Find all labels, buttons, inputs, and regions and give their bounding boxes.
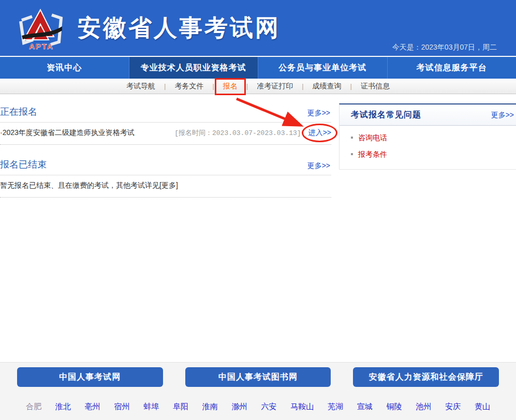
faq-list-item: 咨询电话 <box>351 130 516 146</box>
faq-panel-title: 考试报名常见问题 <box>351 110 421 121</box>
site-header: APTA 安徽省人事考试网 今天是：2023年03月07日，周二 <box>0 0 516 56</box>
date-text: 今天是：2023年03月07日，周二 <box>392 43 497 52</box>
closed-more-link[interactable]: 更多>> <box>307 161 330 171</box>
section-gap <box>0 145 331 156</box>
main-nav: 资讯中心 专业技术人员职业资格考试 公务员与事业单位考试 考试信息服务平台 <box>0 56 516 79</box>
city-link[interactable]: 安庆 <box>445 402 461 412</box>
city-link[interactable]: 芜湖 <box>328 402 343 412</box>
city-link[interactable]: 合肥 <box>26 402 41 412</box>
closed-section-header: 报名已结束 更多>> <box>0 156 331 175</box>
subnav-separator: | <box>302 82 303 90</box>
svg-text:APTA: APTA <box>29 42 54 51</box>
city-link[interactable]: 滁州 <box>232 402 247 412</box>
apta-logo-icon: APTA <box>14 5 68 52</box>
subnav-separator: | <box>164 82 166 90</box>
subnav-admission-ticket-print[interactable]: 准考证打印 <box>255 82 294 91</box>
subnav-exam-documents[interactable]: 考务文件 <box>173 82 205 91</box>
subnav-certificate-info[interactable]: 证书信息 <box>359 82 391 91</box>
footer-button-china-exam-net[interactable]: 中国人事考试网 <box>17 367 163 387</box>
main-content: 正在报名 更多>> ·2023年度安徽省二级建造师执业资格考试 [报名时间：20… <box>0 94 516 362</box>
footer-button-row: 中国人事考试网 中国人事考试图书网 安徽省人力资源和社会保障厅 <box>0 363 516 387</box>
city-link[interactable]: 六安 <box>261 402 276 412</box>
nav-item-civil-servant-exams[interactable]: 公务员与事业单位考试 <box>258 57 387 79</box>
city-link[interactable]: 亳州 <box>85 402 100 412</box>
city-link[interactable]: 宿州 <box>114 402 129 412</box>
registering-more-link[interactable]: 更多>> <box>307 109 330 118</box>
site-title: 安徽省人事考试网 <box>78 12 281 43</box>
square-bullet-icon <box>351 137 353 139</box>
subnav-separator: | <box>246 82 248 90</box>
subnav-registration[interactable]: 报名 <box>222 82 239 91</box>
sub-nav: 考试导航 | 考务文件 | 报名 | 准考证打印 | 成绩查询 | 证书信息 <box>0 79 516 94</box>
exam-registration-time: [报名时间：2023.03.07-2023.03.13] <box>174 128 301 138</box>
site-footer: 中国人事考试网 中国人事考试图书网 安徽省人力资源和社会保障厅 合肥 淮北 亳州… <box>0 362 516 420</box>
city-link[interactable]: 铜陵 <box>387 402 402 412</box>
annotation-red-box <box>215 78 246 95</box>
registering-section-title: 正在报名 <box>0 106 37 118</box>
annotation-red-circle <box>302 124 337 142</box>
nav-item-exam-info-platform[interactable]: 考试信息服务平台 <box>387 57 516 79</box>
subnav-score-query[interactable]: 成绩查询 <box>311 82 343 91</box>
page: APTA 安徽省人事考试网 今天是：2023年03月07日，周二 资讯中心 专业… <box>0 0 516 420</box>
city-link[interactable]: 马鞍山 <box>290 402 314 412</box>
square-bullet-icon <box>351 153 353 155</box>
faq-panel: 考试报名常见问题 更多>> 咨询电话 报考条件 <box>339 103 516 170</box>
registering-section-header: 正在报名 更多>> <box>0 103 331 123</box>
exam-name: ·2023年度安徽省二级建造师执业资格考试 <box>0 128 174 138</box>
faq-link-consult-phone[interactable]: 咨询电话 <box>358 133 387 142</box>
faq-list-item: 报考条件 <box>351 146 516 163</box>
city-link[interactable]: 淮南 <box>202 402 218 412</box>
subnav-exam-guide[interactable]: 考试导航 <box>125 82 157 91</box>
closed-section-title: 报名已结束 <box>0 158 47 171</box>
nav-item-professional-exams[interactable]: 专业技术人员职业资格考试 <box>129 57 258 79</box>
faq-list: 咨询电话 报考条件 <box>340 126 516 169</box>
faq-link-exam-conditions[interactable]: 报考条件 <box>358 150 387 158</box>
exam-lists-column: 正在报名 更多>> ·2023年度安徽省二级建造师执业资格考试 [报名时间：20… <box>0 103 331 362</box>
subnav-separator: | <box>350 82 352 90</box>
enter-link[interactable]: 进入>> <box>308 128 331 138</box>
faq-more-link[interactable]: 更多>> <box>491 111 514 120</box>
faq-panel-header: 考试报名常见问题 更多>> <box>340 104 516 126</box>
city-links-row: 合肥 淮北 亳州 宿州 蚌埠 阜阳 淮南 滁州 六安 马鞍山 芜湖 宣城 铜陵 … <box>0 387 516 412</box>
city-link[interactable]: 阜阳 <box>173 402 188 412</box>
city-link[interactable]: 池州 <box>416 402 431 412</box>
city-link[interactable]: 黄山 <box>475 402 490 412</box>
subnav-separator: | <box>212 82 214 90</box>
exam-list-item: ·2023年度安徽省二级建造师执业资格考试 [报名时间：2023.03.07-2… <box>0 123 331 145</box>
city-link[interactable]: 蚌埠 <box>143 402 159 412</box>
city-link[interactable]: 淮北 <box>55 402 71 412</box>
footer-button-china-exam-books-net[interactable]: 中国人事考试图书网 <box>185 367 331 387</box>
closed-empty-text: 暂无报名已结束、且在缴费的考试，其他考试详见[更多] <box>0 175 331 198</box>
city-link[interactable]: 宣城 <box>357 402 373 412</box>
nav-item-news-center[interactable]: 资讯中心 <box>0 57 129 79</box>
footer-button-anhui-hr-bureau[interactable]: 安徽省人力资源和社会保障厅 <box>353 367 499 387</box>
